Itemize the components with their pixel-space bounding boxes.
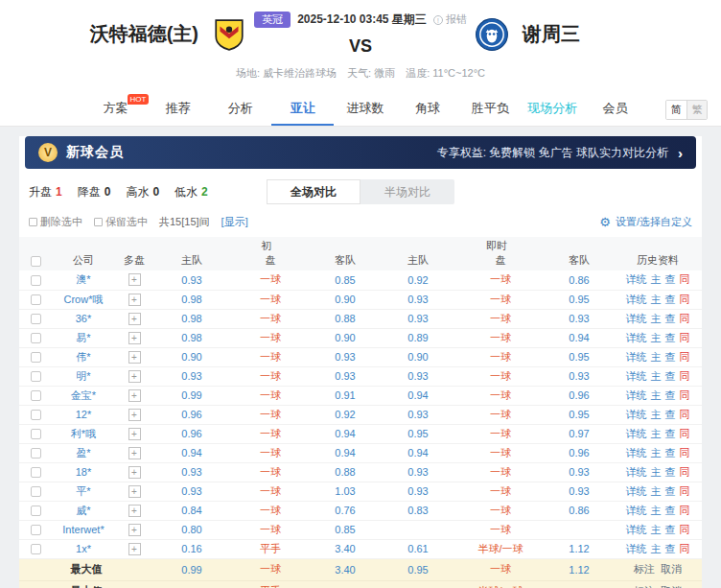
row-checkbox[interactable] — [31, 544, 41, 554]
history-check-link[interactable]: 查 — [665, 447, 676, 459]
row-checkbox[interactable] — [31, 371, 41, 382]
company-link[interactable]: 利*哦 — [71, 428, 96, 439]
history-same-link[interactable]: 同 — [680, 466, 690, 478]
history-home-link[interactable]: 主 — [651, 370, 662, 382]
expand-odds-button[interactable]: + — [128, 273, 141, 286]
row-checkbox[interactable] — [31, 333, 41, 343]
history-check-link[interactable]: 查 — [665, 524, 676, 535]
company-link[interactable]: 金宝* — [71, 389, 96, 401]
history-check-link[interactable]: 查 — [665, 370, 676, 382]
history-same-link[interactable]: 同 — [680, 409, 690, 420]
history-home-link[interactable]: 主 — [651, 273, 662, 285]
delete-selected-button[interactable]: 删除选中 — [29, 215, 82, 229]
nav-tab-analysis[interactable]: 分析 — [209, 92, 271, 126]
nav-tab-corners[interactable]: 角球 — [397, 92, 459, 126]
history-check-link[interactable]: 查 — [665, 505, 676, 516]
company-link[interactable]: 1x* — [76, 543, 91, 554]
expand-odds-button[interactable]: + — [128, 389, 141, 402]
row-checkbox[interactable] — [31, 525, 41, 535]
history-detail-link[interactable]: 详统 — [626, 332, 647, 343]
report-error-link[interactable]: !报错 — [433, 12, 467, 27]
history-check-link[interactable]: 查 — [665, 428, 676, 439]
chevron-right-icon[interactable]: › — [678, 145, 683, 161]
history-check-link[interactable]: 查 — [665, 313, 676, 324]
history-same-link[interactable]: 同 — [680, 543, 690, 554]
row-checkbox[interactable] — [31, 275, 41, 286]
history-same-link[interactable]: 同 — [680, 332, 690, 343]
company-link[interactable]: 12* — [76, 409, 92, 420]
history-check-link[interactable]: 查 — [665, 332, 676, 343]
history-detail-link[interactable]: 详统 — [626, 294, 647, 305]
lang-simplified-button[interactable]: 简 — [666, 101, 686, 119]
row-checkbox[interactable] — [31, 410, 41, 420]
history-home-link[interactable]: 主 — [651, 389, 662, 401]
expand-odds-button[interactable]: + — [128, 485, 141, 498]
expand-odds-button[interactable]: + — [128, 370, 141, 383]
history-detail-link[interactable]: 详统 — [626, 543, 647, 554]
company-link[interactable]: 36* — [76, 313, 92, 324]
history-detail-link[interactable]: 详统 — [626, 370, 647, 382]
expand-odds-button[interactable]: + — [128, 428, 141, 440]
expand-odds-button[interactable]: + — [128, 543, 141, 555]
select-all-checkbox[interactable] — [31, 256, 41, 267]
history-check-link[interactable]: 查 — [665, 273, 676, 285]
company-link[interactable]: 18* — [76, 466, 92, 478]
history-detail-link[interactable]: 详统 — [626, 466, 647, 478]
expand-odds-button[interactable]: + — [128, 409, 141, 421]
row-checkbox[interactable] — [31, 390, 41, 401]
tab-half-match[interactable]: 半场对比 — [360, 179, 454, 204]
expand-odds-button[interactable]: + — [128, 524, 141, 536]
history-same-link[interactable]: 同 — [680, 428, 690, 439]
history-same-link[interactable]: 同 — [680, 273, 690, 285]
history-check-link[interactable]: 查 — [665, 351, 676, 363]
history-detail-link[interactable]: 详统 — [626, 313, 647, 324]
row-checkbox[interactable] — [31, 448, 41, 459]
company-link[interactable]: 澳* — [76, 273, 90, 285]
company-link[interactable]: 盈* — [76, 447, 90, 459]
member-banner[interactable]: V 新球会员 专享权益: 免费解锁 免广告 球队实力对比分析 › — [25, 136, 696, 169]
history-check-link[interactable]: 查 — [665, 543, 676, 554]
history-same-link[interactable]: 同 — [680, 524, 690, 535]
expand-odds-button[interactable]: + — [128, 351, 141, 364]
nav-tab-goals[interactable]: 进球数 — [334, 92, 396, 126]
history-detail-link[interactable]: 详统 — [626, 409, 647, 420]
expand-odds-button[interactable]: + — [128, 447, 141, 459]
history-home-link[interactable]: 主 — [651, 485, 662, 497]
league-badge[interactable]: 英冠 — [254, 12, 291, 28]
history-home-link[interactable]: 主 — [651, 447, 662, 459]
history-same-link[interactable]: 同 — [680, 389, 690, 401]
expand-odds-button[interactable]: + — [128, 466, 141, 479]
history-home-link[interactable]: 主 — [651, 505, 662, 516]
history-same-link[interactable]: 同 — [680, 370, 690, 382]
company-link[interactable]: 易* — [76, 332, 90, 343]
expand-odds-button[interactable]: + — [128, 294, 141, 306]
nav-tab-win-draw-lose[interactable]: 胜平负 — [459, 92, 522, 126]
row-checkbox[interactable] — [31, 486, 41, 497]
history-home-link[interactable]: 主 — [651, 351, 662, 363]
history-same-link[interactable]: 同 — [680, 447, 690, 459]
nav-tab-asian-handicap[interactable]: 亚让 — [271, 92, 334, 126]
history-check-link[interactable]: 查 — [665, 389, 676, 401]
history-detail-link[interactable]: 详统 — [626, 273, 647, 285]
customize-settings[interactable]: ⚙ 设置/选择自定义 — [599, 215, 692, 229]
history-detail-link[interactable]: 详统 — [626, 389, 647, 401]
show-link[interactable]: [显示] — [221, 215, 248, 229]
history-detail-link[interactable]: 详统 — [626, 505, 647, 516]
history-same-link[interactable]: 同 — [680, 351, 690, 363]
lang-traditional-button[interactable]: 繁 — [686, 101, 707, 119]
tab-full-match[interactable]: 全场对比 — [267, 179, 360, 204]
row-checkbox[interactable] — [31, 506, 41, 516]
expand-odds-button[interactable]: + — [128, 505, 141, 517]
history-check-link[interactable]: 查 — [665, 294, 676, 305]
nav-tab-plan[interactable]: 方案HOT — [84, 92, 147, 126]
history-check-link[interactable]: 查 — [665, 466, 676, 478]
expand-odds-button[interactable]: + — [128, 313, 141, 325]
nav-tab-recommend[interactable]: 推荐 — [147, 92, 209, 126]
company-link[interactable]: Crow*哦 — [64, 294, 104, 305]
row-checkbox[interactable] — [31, 467, 41, 478]
history-same-link[interactable]: 同 — [680, 313, 690, 324]
cancel-link[interactable]: 取消 — [661, 563, 682, 575]
company-link[interactable]: Interwet* — [62, 524, 104, 535]
expand-odds-button[interactable]: + — [128, 332, 141, 344]
history-home-link[interactable]: 主 — [651, 294, 662, 305]
